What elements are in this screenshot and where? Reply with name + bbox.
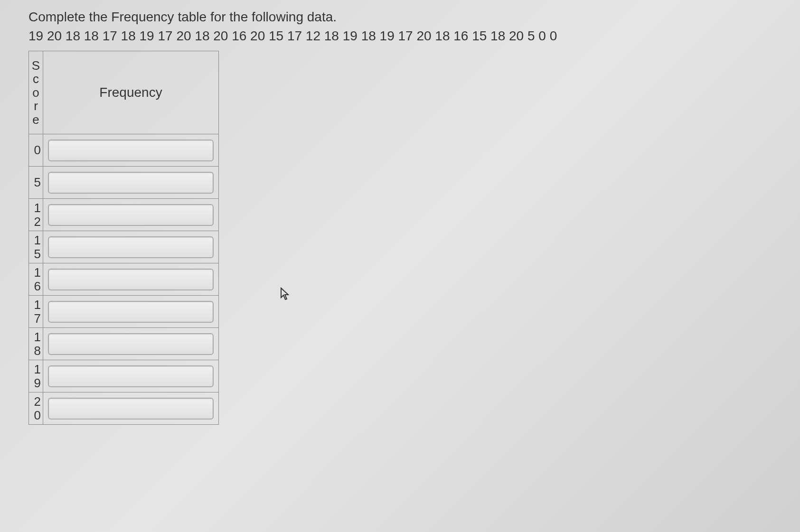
frequency-table: Score Frequency 0 5 12 15 16 17 (28, 51, 219, 425)
score-cell-20: 20 (29, 392, 43, 425)
score-cell-18: 18 (29, 328, 43, 360)
frequency-input-5[interactable] (48, 172, 214, 194)
frequency-input-16[interactable] (48, 269, 214, 290)
frequency-input-20[interactable] (48, 398, 214, 420)
score-cell-12: 12 (29, 199, 43, 231)
data-values-text: 19 20 18 18 17 18 19 17 20 18 20 16 20 1… (28, 28, 772, 44)
freq-cell-0 (43, 134, 219, 167)
cursor-icon (280, 287, 292, 305)
freq-cell-15 (43, 231, 219, 263)
frequency-input-0[interactable] (48, 140, 214, 161)
frequency-input-17[interactable] (48, 301, 214, 323)
score-cell-15: 15 (29, 231, 43, 263)
score-cell-19: 19 (29, 360, 43, 392)
score-cell-0: 0 (29, 134, 43, 167)
freq-cell-12 (43, 199, 219, 231)
freq-cell-18 (43, 328, 219, 360)
score-cell-16: 16 (29, 263, 43, 296)
score-header-cell: Score (29, 51, 43, 134)
frequency-input-15[interactable] (48, 236, 214, 258)
score-cell-5: 5 (29, 167, 43, 199)
frequency-input-12[interactable] (48, 204, 214, 226)
frequency-input-19[interactable] (48, 365, 214, 387)
freq-cell-20 (43, 392, 219, 425)
freq-cell-19 (43, 360, 219, 392)
freq-cell-17 (43, 296, 219, 328)
frequency-header-cell: Frequency (43, 51, 219, 134)
freq-cell-16 (43, 263, 219, 296)
instruction-text: Complete the Frequency table for the fol… (28, 9, 772, 25)
freq-cell-5 (43, 167, 219, 199)
score-cell-17: 17 (29, 296, 43, 328)
frequency-input-18[interactable] (48, 333, 214, 355)
